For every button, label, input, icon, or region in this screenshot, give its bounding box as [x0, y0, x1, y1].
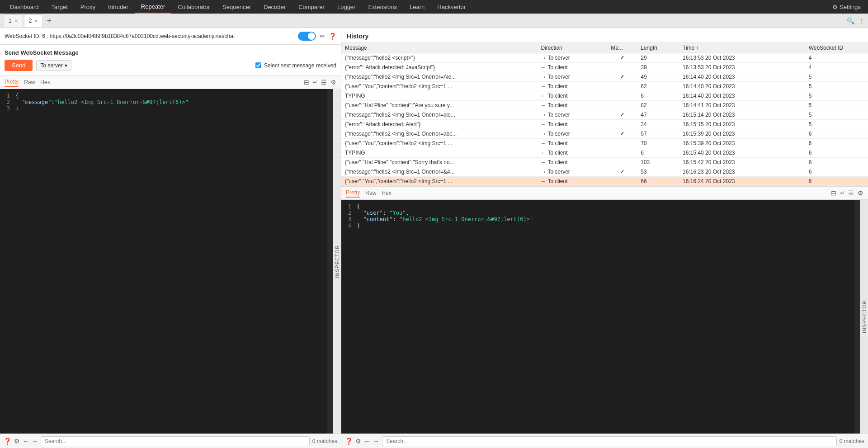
tab-pretty-left[interactable]: Pretty	[5, 78, 19, 87]
detail-scrollbar[interactable]	[854, 200, 860, 434]
back-icon[interactable]: ←	[23, 438, 29, 445]
left-panel: WebSocket ID: 6 : https://0a3c00ef0489f9…	[0, 28, 341, 448]
left-scrollbar[interactable]	[327, 89, 333, 434]
search-icon[interactable]: 🔍	[847, 17, 854, 24]
nav-target[interactable]: Target	[45, 0, 74, 14]
word-wrap-icon[interactable]: ⊟	[304, 79, 309, 86]
table-row[interactable]: {"message":"hello2 <script>"} → To serve…	[341, 53, 868, 63]
help-icon[interactable]: ❓	[329, 33, 336, 40]
edit-icon[interactable]: ✏	[320, 33, 325, 40]
nav-extensions[interactable]: Extensions	[362, 0, 403, 14]
col-wsid[interactable]: WebSocket ID	[805, 43, 868, 53]
nav-comparer[interactable]: Comparer	[292, 0, 331, 14]
table-row[interactable]: {"user":"You","content":"hello2 <Img Src…	[341, 139, 868, 148]
settings-gear-icon[interactable]: ⚙	[330, 79, 336, 86]
cell-time: 16:15:42 20 Oct 2023	[679, 158, 805, 167]
nav-proxy[interactable]: Proxy	[74, 0, 102, 14]
table-row[interactable]: {"message":"hello2 <Img Src=1 Onerror=&#…	[341, 167, 868, 177]
send-title: Send WebSocket Message	[5, 49, 336, 56]
cell-message: {"user":"Hal Pline","content":"Sorry tha…	[341, 158, 537, 167]
nav-collaborator[interactable]: Collaborator	[171, 0, 216, 14]
right-forward-icon[interactable]: →	[373, 438, 379, 445]
settings-button[interactable]: ⚙ Settings	[829, 4, 864, 10]
tab-hex-left[interactable]: Hex	[40, 78, 50, 86]
nav-intruder[interactable]: Intruder	[102, 0, 135, 14]
nav-decoder[interactable]: Decoder	[257, 0, 292, 14]
more-options-icon[interactable]: ⋮	[858, 17, 864, 24]
direction-select[interactable]: To server ▾	[36, 60, 71, 71]
cell-time: 16:15:14 20 Oct 2023	[679, 110, 805, 120]
cell-message: TYPING	[341, 148, 537, 158]
left-inspector-panel[interactable]: INSPECTOR	[333, 89, 341, 434]
cell-wsid: 5	[805, 101, 868, 110]
table-row[interactable]: {"message":"hello2 <Img Src=1 Onerror=ab…	[341, 129, 868, 139]
cell-length: 70	[637, 139, 679, 148]
table-row[interactable]: {"user":"You","content":"hello2 <Img Src…	[341, 82, 868, 91]
nav-hackvertor[interactable]: Hackvertor	[431, 0, 472, 14]
table-row[interactable]: {"message":"hello2 <Img Src=1 Onerror=al…	[341, 110, 868, 120]
table-row[interactable]: {"error":"Attack detected: JavaScript"} …	[341, 63, 868, 72]
table-row[interactable]: {"message":"hello2 <Img Src=1 Onerror=Al…	[341, 72, 868, 82]
tab-2-close[interactable]: ✕	[34, 19, 38, 24]
table-row[interactable]: {"user":"Hal Pline","content":"Sorry tha…	[341, 158, 868, 167]
history-table-wrapper[interactable]: Message Direction Ma... Length Time ↑ We…	[341, 43, 868, 187]
url-text: WebSocket ID: 6 : https://0a3c00ef0489f9…	[5, 33, 294, 39]
tab-2[interactable]: 2 ✕	[24, 14, 43, 27]
cell-match	[607, 82, 637, 91]
detail-word-wrap-icon[interactable]: ⊟	[831, 189, 836, 197]
right-help-icon[interactable]: ❓	[345, 438, 353, 445]
table-row[interactable]: TYPING ← To client 6 16:15:40 20 Oct 202…	[341, 148, 868, 158]
menu-icon[interactable]: ☰	[321, 79, 327, 86]
tab-raw-left[interactable]: Raw	[24, 78, 35, 86]
cell-wsid: 6	[805, 129, 868, 139]
cell-length: 29	[637, 53, 679, 63]
tab-1-close[interactable]: ✕	[14, 19, 18, 24]
detail-code-content[interactable]: { "user": "You", "content": "hello2 <Img…	[355, 200, 854, 434]
col-length[interactable]: Length	[637, 43, 679, 53]
col-message[interactable]: Message	[341, 43, 537, 53]
cell-length: 62	[637, 82, 679, 91]
tab-2-label: 2	[29, 18, 32, 24]
nav-sequencer[interactable]: Sequencer	[216, 0, 257, 14]
cell-match	[607, 139, 637, 148]
cell-message: {"user":"You","content":"hello2 <Img Src…	[341, 82, 537, 91]
right-gear-icon[interactable]: ⚙	[355, 438, 361, 445]
table-row[interactable]: {"user":"You","content":"hello2 <Img Src…	[341, 177, 868, 186]
cell-wsid: 5	[805, 120, 868, 129]
tab-hex-detail[interactable]: Hex	[382, 189, 391, 197]
table-row[interactable]: TYPING ← To client 6 16:14:40 20 Oct 202…	[341, 91, 868, 101]
col-time[interactable]: Time ↑	[679, 43, 805, 53]
nav-logger[interactable]: Logger	[331, 0, 362, 14]
tab-pretty-detail[interactable]: Pretty	[346, 189, 360, 198]
websocket-toggle[interactable]	[298, 32, 316, 41]
forward-icon[interactable]: →	[32, 438, 38, 445]
cell-direction: → To server	[537, 129, 607, 139]
right-search-input[interactable]	[382, 436, 837, 446]
help-circle-icon[interactable]: ❓	[4, 438, 11, 445]
newline-icon[interactable]: ↵	[313, 79, 317, 85]
cell-length: 53	[637, 167, 679, 177]
col-match[interactable]: Ma...	[607, 43, 637, 53]
settings-label: Settings	[840, 4, 861, 10]
gear-icon[interactable]: ⚙	[14, 438, 20, 445]
send-button[interactable]: Send	[5, 60, 33, 71]
add-tab-button[interactable]: +	[44, 17, 54, 25]
detail-menu-icon[interactable]: ☰	[848, 189, 854, 197]
nav-learn[interactable]: Learn	[403, 0, 431, 14]
nav-dashboard[interactable]: Dashboard	[4, 0, 45, 14]
detail-area: Pretty Raw Hex ⊟ ↵ ☰ ⚙ 1234 { "user": "Y…	[341, 187, 868, 434]
col-direction[interactable]: Direction	[537, 43, 607, 53]
cell-direction: ← To client	[537, 91, 607, 101]
detail-settings-icon[interactable]: ⚙	[858, 189, 863, 197]
detail-inspector-panel[interactable]: INSPECTOR	[860, 200, 868, 434]
table-row[interactable]: {"user":"Hal Pline","content":"Are you s…	[341, 101, 868, 110]
nav-repeater[interactable]: Repeater	[135, 0, 171, 14]
next-message-checkbox[interactable]	[255, 62, 261, 68]
left-search-input[interactable]	[41, 436, 310, 446]
right-back-icon[interactable]: ←	[364, 438, 370, 445]
detail-newline-icon[interactable]: ↵	[840, 190, 844, 196]
tab-1[interactable]: 1 ✕	[4, 14, 23, 27]
tab-raw-detail[interactable]: Raw	[365, 189, 376, 197]
table-row[interactable]: {"error":"Attack detected: Alert"} ← To …	[341, 120, 868, 129]
left-code-content[interactable]: { "message":"hello2 <Img Src=1 Onerror=&…	[14, 89, 327, 434]
